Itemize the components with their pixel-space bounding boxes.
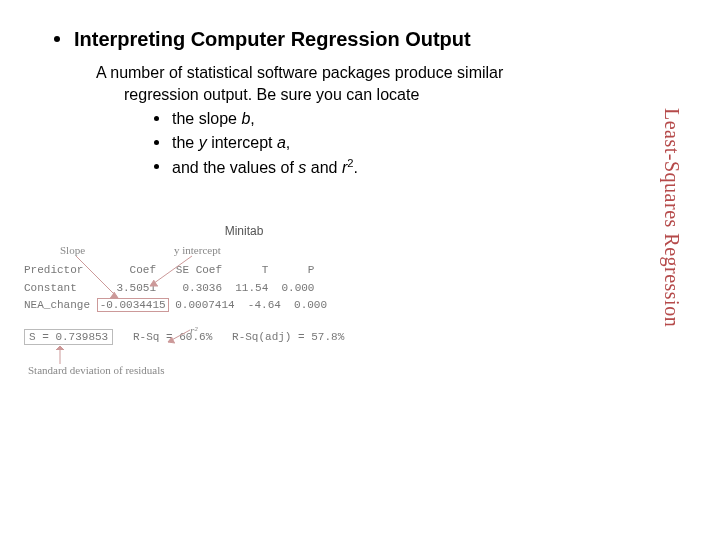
cell: 0.0007414 -4.64 0.000 [169,299,327,311]
minitab-output: Minitab Slope y intercept r² Standard de… [24,224,424,346]
para-line1: A number of statistical software package… [96,64,503,81]
heading-text: Interpreting Computer Regression Output [74,28,471,50]
arrow-icon [48,344,68,366]
arrow-icon [72,254,142,302]
list-item: and the values of s and r2. [154,155,616,180]
txt: the slope [172,110,241,127]
bullet-icon [54,36,60,42]
var-b: b [241,110,250,127]
para-line2: regression output. Be sure you can locat… [124,84,616,106]
side-label: Least-Squares Regression [660,108,683,327]
slide-heading: Interpreting Computer Regression Output [54,28,471,51]
var-y: y [199,134,207,151]
txt: intercept [207,134,277,151]
locate-list: the slope b, the y intercept a, and the … [154,107,616,180]
txt: and [306,160,342,177]
txt: the [172,134,199,151]
list-item: the y intercept a, [154,131,616,155]
summary-row: S = 0.739853 R-Sq = 60.6% R-Sq(adj) = 57… [24,329,424,347]
rsq-adj: R-Sq(adj) = 57.8% [212,331,344,343]
arrow-icon [164,328,194,346]
s-box: S = 0.739853 [24,329,113,345]
txt: and the values of [172,160,298,177]
txt: . [353,160,357,177]
arrow-icon [144,254,204,290]
txt: , [250,110,254,127]
txt: , [286,134,290,151]
intro-paragraph: A number of statistical software package… [96,62,616,181]
fig-title: Minitab [64,224,424,238]
var-a: a [277,134,286,151]
list-item: the slope b, [154,107,616,131]
